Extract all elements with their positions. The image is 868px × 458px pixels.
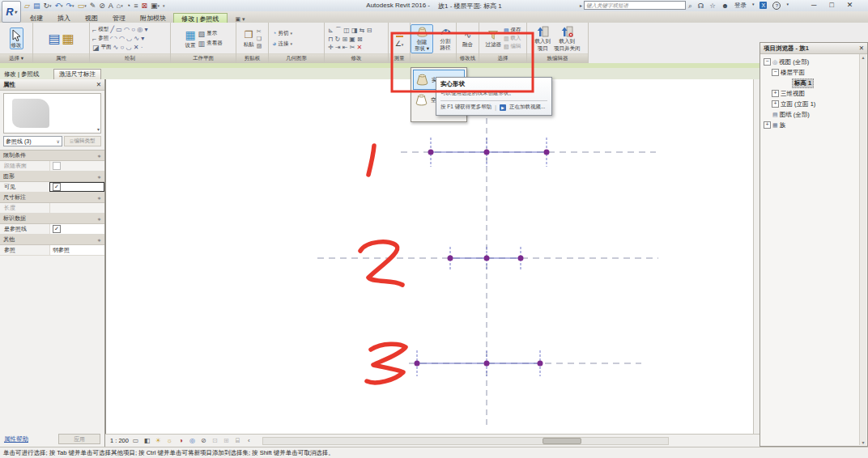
unlock-view-icon[interactable]: ⊡ bbox=[211, 437, 219, 444]
tree-item-elevations[interactable]: +立面 (立面 1) bbox=[764, 99, 867, 109]
property-group-graphics[interactable]: 图形∗ bbox=[0, 172, 104, 182]
property-group-other[interactable]: 其他∗ bbox=[0, 235, 104, 245]
modify-tools-row3[interactable]: ✛ ⇥ ⇤ ✂ ✕ bbox=[328, 44, 362, 51]
expander-icon[interactable]: − bbox=[772, 69, 779, 76]
property-group-identity[interactable]: 标识数据∗ bbox=[0, 214, 104, 224]
draw-tools-row3[interactable]: ∿ ○ ◡ ✕ · bbox=[113, 44, 143, 51]
blend-button[interactable]: ∿ 融合 bbox=[462, 29, 474, 48]
close-hidden-windows-icon[interactable]: ⊠ bbox=[141, 2, 147, 10]
drawing-area[interactable] bbox=[105, 79, 753, 434]
search-expand-icon[interactable]: ▸ bbox=[580, 2, 582, 8]
tree-item-floorplans[interactable]: −楼层平面 bbox=[764, 67, 867, 78]
subscription-icon[interactable]: ☊ bbox=[698, 2, 704, 11]
tab-manage[interactable]: 管理 bbox=[105, 13, 133, 23]
save-selection-button[interactable]: ▤保存 bbox=[504, 27, 521, 34]
search-icon[interactable]: ⌕ bbox=[688, 2, 692, 11]
signin-button[interactable]: 登录 bbox=[734, 2, 747, 11]
properties-close-icon[interactable]: ✕ bbox=[96, 81, 101, 88]
project-browser-close-icon[interactable]: ✕ bbox=[859, 45, 864, 52]
edit-selection-button[interactable]: ▧编辑 bbox=[504, 43, 521, 50]
family-types-icon[interactable]: ▦ bbox=[62, 31, 74, 46]
tag-icon[interactable]: ⊘ bbox=[99, 2, 105, 10]
cut-to-clipboard-icon[interactable]: ✂ bbox=[257, 28, 262, 35]
switch-windows-icon[interactable]: ▣▾ bbox=[151, 2, 160, 10]
collapse-icon[interactable]: ‹ bbox=[245, 437, 253, 444]
tab-insert[interactable]: 插入 bbox=[50, 13, 78, 23]
redo-icon[interactable]: ↷▾ bbox=[66, 2, 74, 10]
tree-item-level1[interactable]: 标高 1 bbox=[764, 78, 867, 88]
load-into-project-button[interactable]: 载入到 项目 bbox=[534, 25, 552, 52]
text-icon[interactable]: A bbox=[108, 2, 113, 10]
tab-addins[interactable]: 附加模块 bbox=[133, 13, 173, 23]
property-row[interactable]: 参照弱参照 bbox=[0, 245, 104, 256]
modify-tools-row1[interactable]: ⊾ ⌒ ◫ ◨ ⇆ ⊟ bbox=[328, 26, 372, 35]
draw-tools-row2[interactable]: ◜ ◝ ◠ ◡ ∿ ▾ bbox=[110, 35, 144, 42]
edit-type-button[interactable]: ⌸ 编辑类型 bbox=[64, 136, 101, 146]
property-group-dimensions[interactable]: 尺寸标注∗ bbox=[0, 193, 104, 203]
scroll-down-icon[interactable]: ▾ bbox=[862, 439, 864, 445]
exchange-apps-icon[interactable]: X bbox=[760, 2, 767, 9]
detail-level-icon[interactable]: ▭ bbox=[131, 437, 140, 444]
canvas-horizontal-scrollbar[interactable] bbox=[262, 437, 669, 445]
sync-icon[interactable]: ↻▾ bbox=[43, 2, 51, 10]
default-3d-view-icon[interactable]: ⌂▾ bbox=[117, 2, 123, 10]
paste-button[interactable]: ❐ 粘贴 bbox=[243, 28, 255, 48]
expander-icon[interactable]: − bbox=[764, 58, 771, 66]
properties-palette-icon[interactable]: ▤ bbox=[48, 31, 60, 46]
load-into-project-close-button[interactable]: 载入到 项目并关闭 bbox=[553, 25, 581, 52]
modify-button[interactable]: 修改 bbox=[10, 28, 23, 49]
sun-path-icon[interactable]: ☀ bbox=[154, 437, 163, 444]
profile-icon[interactable]: ☻ bbox=[721, 2, 729, 11]
show-crop-region-icon[interactable]: ⊘ bbox=[199, 437, 208, 444]
property-row[interactable]: 可见✓ bbox=[0, 182, 104, 193]
modify-tools-row2[interactable]: ⊓ ↻ ⊞ ▣ ⊠ bbox=[328, 36, 363, 43]
minimize-button[interactable]: ─ bbox=[811, 1, 816, 9]
view-scale[interactable]: 1 : 200 bbox=[110, 437, 129, 444]
scroll-up-icon[interactable]: ▴ bbox=[862, 54, 864, 60]
visible-checkbox[interactable]: ✓ bbox=[53, 183, 61, 191]
tree-item-sheets[interactable]: ▤图纸 (全部) bbox=[764, 109, 867, 120]
visual-style-icon[interactable]: ◧ bbox=[143, 437, 151, 444]
divide-path-button[interactable]: 分割 路径 bbox=[435, 24, 456, 52]
scrollbar-thumb[interactable] bbox=[542, 438, 581, 444]
follow-surface-checkbox[interactable] bbox=[53, 162, 61, 170]
draw-tools-row1[interactable]: ╱ ▭ ◠ ○ ◎ ▾ bbox=[110, 26, 147, 33]
join-geometry-button[interactable]: ◕连接▾ bbox=[272, 40, 292, 48]
customize-qat-icon[interactable]: ▾ bbox=[163, 3, 165, 8]
activate-dimensions-button[interactable]: 激活尺寸标注 bbox=[53, 69, 101, 79]
apply-button[interactable]: 应用 bbox=[58, 434, 100, 444]
section-icon[interactable]: ◔ bbox=[126, 2, 130, 10]
signin-dropdown-icon[interactable]: ▾ bbox=[752, 2, 755, 11]
tree-item-views[interactable]: −◎视图 (全部) bbox=[764, 57, 867, 67]
property-group-constraints[interactable]: 限制条件∗ bbox=[0, 151, 104, 161]
cut-geometry-button[interactable]: ◔剪切▾ bbox=[272, 29, 292, 37]
expander-icon[interactable]: + bbox=[772, 100, 779, 108]
help-icon[interactable]: ? bbox=[772, 2, 781, 10]
aligned-dimension-icon[interactable]: ✎ bbox=[90, 2, 96, 10]
is-reference-line-checkbox[interactable]: ✓ bbox=[53, 225, 61, 233]
properties-help-link[interactable]: 属性帮助 bbox=[4, 435, 28, 443]
tab-create[interactable]: 创建 bbox=[23, 13, 50, 23]
tree-item-3dviews[interactable]: +三维视图 bbox=[764, 88, 867, 99]
expander-icon[interactable]: + bbox=[764, 121, 771, 129]
help-dropdown-icon[interactable]: ▾ bbox=[786, 2, 789, 11]
create-form-button[interactable]: 创建 形状 ▾ bbox=[411, 24, 433, 53]
load-selection-button[interactable]: ▥载入 bbox=[504, 35, 521, 42]
show-workplane-button[interactable]: ▧显示 bbox=[198, 30, 223, 38]
undo-icon[interactable]: ↶▾ bbox=[55, 2, 63, 10]
measure-icon[interactable]: ▭▾ bbox=[78, 2, 87, 10]
reveal-hidden-icon[interactable]: ⌸ bbox=[233, 437, 242, 445]
type-selector[interactable]: 参照线 (3) ∨ bbox=[3, 136, 62, 146]
tree-item-families[interactable]: +▦族 bbox=[764, 120, 867, 130]
close-button[interactable]: ✕ bbox=[847, 1, 853, 9]
temporary-hide-isolate-icon[interactable]: ⊞ bbox=[222, 437, 231, 444]
angular-dimension-icon[interactable]: ∠▾ bbox=[395, 40, 404, 48]
search-input[interactable] bbox=[584, 1, 686, 10]
ribbon-display-toggle[interactable]: ▣ ▾ bbox=[236, 16, 245, 23]
favorites-star-icon[interactable]: ☆ bbox=[709, 2, 716, 11]
shadows-icon[interactable]: ☼ bbox=[165, 437, 174, 444]
application-menu-button[interactable]: R▾ bbox=[2, 1, 21, 23]
browser-scrollbar[interactable]: ▴▾ bbox=[859, 54, 866, 445]
open-icon[interactable]: ▱ bbox=[24, 2, 30, 10]
rendering-icon[interactable]: ◑ bbox=[177, 437, 185, 444]
